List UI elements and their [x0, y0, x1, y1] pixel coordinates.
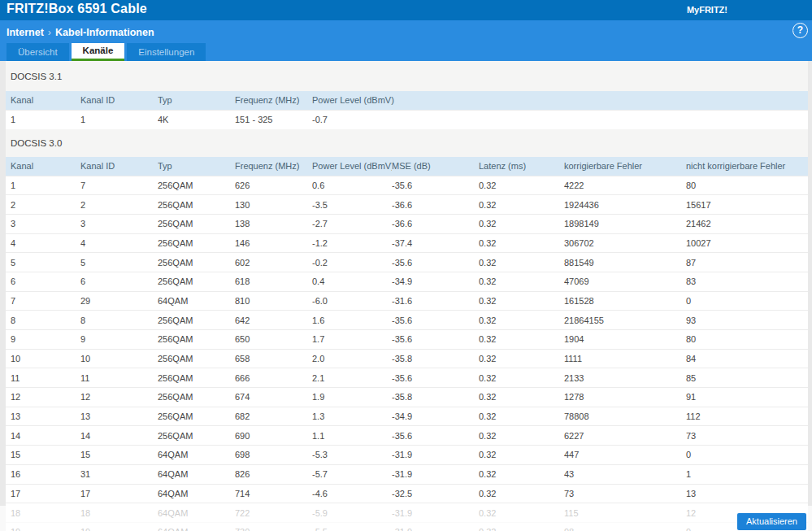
table-cell: 13 [6, 407, 80, 426]
table-cell: -36.6 [392, 195, 479, 215]
table-cell: 4K [158, 110, 235, 129]
table-cell: 256QAM [158, 311, 235, 330]
table-cell: -6.0 [312, 291, 392, 311]
tab-kanaele[interactable]: Kanäle [72, 43, 125, 61]
table-cell: 14 [80, 426, 158, 446]
table-cell: 256QAM [158, 330, 235, 350]
table-cell: 78808 [564, 407, 686, 426]
table-cell: 674 [235, 388, 312, 407]
table-cell: 698 [235, 446, 312, 465]
table-cell: -36.6 [392, 214, 479, 233]
table-cell: 15 [6, 446, 80, 465]
table-cell: 14 [6, 426, 80, 446]
column-header: Kanal ID [80, 91, 158, 110]
right-gutter [808, 61, 812, 531]
breadcrumb-internet[interactable]: Internet [7, 27, 44, 38]
column-header: MSE (dB) [392, 157, 479, 176]
myfritz-link[interactable]: MyFRITZ! [687, 5, 727, 15]
table-cell: 1111 [564, 349, 686, 368]
docsis31-header-row: KanalKanal IDTypFrequenz (MHz)Power Leve… [6, 91, 808, 110]
content-area: DOCSIS 3.1 KanalKanal IDTypFrequenz (MHz… [0, 61, 812, 531]
column-header: Typ [158, 91, 235, 110]
table-cell: 11 [6, 368, 80, 388]
table-cell: 810 [235, 291, 312, 311]
table-cell: 881549 [564, 253, 686, 272]
titlebar: FRITZ!Box 6591 Cable MyFRITZ! [0, 0, 812, 20]
table-cell: 0.32 [479, 195, 564, 215]
table-cell: 21462 [686, 214, 808, 233]
table-cell: 618 [235, 272, 312, 291]
table-cell: 85 [686, 368, 808, 388]
table-cell: 112 [686, 407, 808, 426]
table-row: 22256QAM130-3.5-36.60.32192443615617 [6, 195, 808, 215]
table-cell: 5 [6, 253, 80, 272]
table-cell: 64QAM [158, 446, 235, 465]
table-cell: -31.9 [392, 464, 479, 484]
table-cell: 256QAM [158, 176, 235, 195]
table-cell: 64QAM [158, 291, 235, 311]
table-cell: 0.32 [479, 330, 564, 350]
table-cell: 3 [6, 214, 80, 233]
table-cell: 2.0 [312, 349, 392, 368]
table-cell: 1.9 [312, 388, 392, 407]
table-cell: 2.1 [312, 368, 392, 388]
table-cell: 0.32 [479, 291, 564, 311]
table-cell: 2 [6, 195, 80, 215]
table-cell: 7 [6, 291, 80, 311]
table-cell: 13 [686, 484, 808, 503]
table-cell: 0 [686, 291, 808, 311]
table-row: 1212256QAM6741.9-35.80.32127891 [6, 388, 808, 407]
column-header: korrigierbare Fehler [564, 157, 686, 176]
table-cell: 84 [686, 349, 808, 368]
table-cell: 10027 [686, 233, 808, 253]
table-cell: 0.4 [312, 272, 392, 291]
table-row: 171764QAM714-4.6-32.50.327313 [6, 484, 808, 503]
table-cell: 64QAM [158, 484, 235, 503]
column-header: Latenz (ms) [479, 157, 564, 176]
table-cell: 642 [235, 311, 312, 330]
table-cell: -5.7 [312, 464, 392, 484]
table-cell: 73 [686, 426, 808, 446]
table-cell: 10 [6, 349, 80, 368]
column-header: Kanal [6, 91, 80, 110]
table-cell: 21864155 [564, 311, 686, 330]
table-cell: 29 [80, 291, 158, 311]
table-cell: 2133 [564, 368, 686, 388]
bottom-action-bar: Aktualisieren [0, 506, 812, 531]
table-row: 55256QAM602-0.2-35.60.3288154987 [6, 253, 808, 272]
table-cell: -34.9 [392, 272, 479, 291]
docsis30-table: KanalKanal IDTypFrequenz (MHz)Power Leve… [6, 157, 808, 531]
table-cell: 10 [80, 349, 158, 368]
table-cell: 0.32 [479, 253, 564, 272]
table-cell: 3 [80, 214, 158, 233]
refresh-button[interactable]: Aktualisieren [737, 513, 806, 530]
table-cell: 2 [80, 195, 158, 215]
table-cell: 0.6 [312, 176, 392, 195]
table-row: 33256QAM138-2.7-36.60.32189814921462 [6, 214, 808, 233]
table-cell: 1.1 [312, 426, 392, 446]
table-cell: 256QAM [158, 388, 235, 407]
table-row: 114K151 - 325-0.7 [6, 110, 808, 129]
table-cell: -37.4 [392, 233, 479, 253]
tab-einstellungen[interactable]: Einstellungen [127, 43, 206, 61]
table-cell: 64QAM [158, 464, 235, 484]
table-cell: 7 [80, 176, 158, 195]
table-cell: -34.9 [392, 407, 479, 426]
table-cell: 0.32 [479, 272, 564, 291]
breadcrumb: Internet›Kabel-Informationen [7, 27, 154, 38]
table-cell: 0.32 [479, 484, 564, 503]
content-panel: DOCSIS 3.1 KanalKanal IDTypFrequenz (MHz… [6, 61, 808, 531]
table-cell: 6 [80, 272, 158, 291]
table-cell: 0.32 [479, 426, 564, 446]
table-cell: 626 [235, 176, 312, 195]
docsis31-table: KanalKanal IDTypFrequenz (MHz)Power Leve… [6, 91, 808, 129]
table-cell: 256QAM [158, 214, 235, 233]
table-row: 1010256QAM6582.0-35.80.32111184 [6, 349, 808, 368]
table-row: 1414256QAM6901.1-35.60.32622773 [6, 426, 808, 446]
table-cell: 602 [235, 253, 312, 272]
table-cell: 0.32 [479, 464, 564, 484]
tab-uebersicht[interactable]: Übersicht [7, 43, 69, 61]
help-icon[interactable]: ? [792, 23, 808, 38]
table-cell: 682 [235, 407, 312, 426]
table-cell: 256QAM [158, 195, 235, 215]
